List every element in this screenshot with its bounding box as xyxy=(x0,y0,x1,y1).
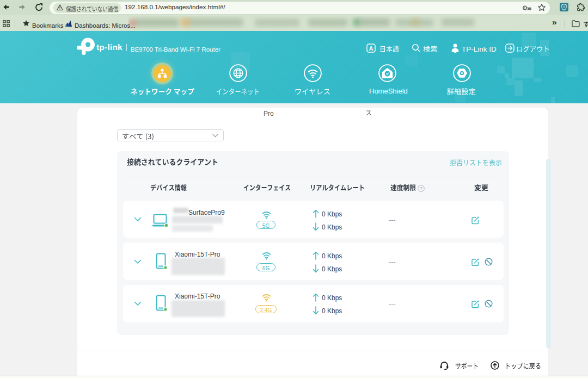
svg-text:A: A xyxy=(369,45,373,52)
svg-text:?: ? xyxy=(420,186,422,191)
